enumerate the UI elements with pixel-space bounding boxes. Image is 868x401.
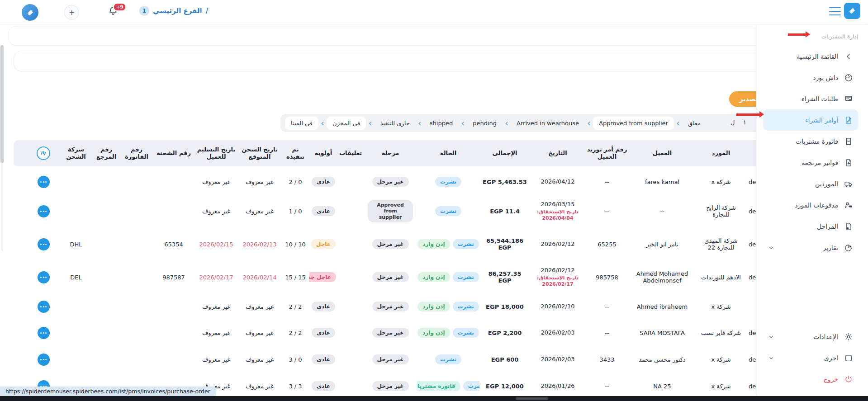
client-cell: SARA MOSTAFA [629, 329, 696, 337]
column-header[interactable]: التاريخ [530, 149, 585, 158]
sidebar-item[interactable]: الموردين [763, 173, 858, 194]
purchase-orders-icon [844, 115, 854, 125]
status-cell: نشرتإذن وارد [417, 271, 479, 283]
comments-cell [337, 210, 364, 212]
client-order-no-cell: -- [585, 329, 629, 337]
columns-settings-button[interactable] [37, 146, 50, 160]
date-cell: 2026/03/15تاريخ الإستحقاق:2026/04/04 [530, 200, 585, 222]
delivery-date-cell: غير معروف [194, 329, 238, 337]
table-row[interactable]: deشركة المهدى للتجارة 22تامر ابو الخير65… [14, 230, 773, 258]
sidebar-item[interactable]: الإعدادات [763, 326, 858, 347]
filter-panel-top [8, 26, 766, 46]
executed-cell: 0 / 2 [281, 178, 309, 186]
client-cell: -- [629, 207, 696, 216]
row-actions-button[interactable] [38, 271, 50, 283]
sidebar-item[interactable]: فاتورة مشتريات [763, 131, 858, 152]
column-header[interactable]: الإجمالى [479, 149, 530, 158]
column-header[interactable]: شركة الشحن [60, 145, 92, 162]
breadcrumb[interactable]: 1 الفرع الرئيسي / [139, 6, 208, 16]
sidebar-item[interactable]: فواتير مرتجعة [763, 152, 858, 173]
status-chip: نشرت [435, 354, 461, 364]
logout-icon [844, 374, 854, 384]
comments-cell [337, 306, 364, 307]
app-logo[interactable] [22, 4, 38, 21]
invoice-no-cell [120, 243, 153, 245]
vertical-scrollbar-thumb[interactable] [0, 45, 4, 163]
supplier-cell: شركة x [696, 178, 746, 186]
sidebar-item[interactable]: مدفوعات المورد [763, 194, 858, 216]
stage-filter-chip[interactable]: فى المخزن [327, 117, 366, 130]
column-header[interactable]: المورد [696, 149, 746, 158]
sidebar-item[interactable]: المراحل [763, 216, 858, 237]
row-actions-button[interactable] [38, 238, 50, 250]
sidebar-item-label: فواتير مرتجعة [802, 159, 838, 166]
sidebar-item-label: الإعدادات [813, 333, 838, 340]
supplier-cell: الادهم للتوريدات [696, 273, 746, 282]
invoice-no-cell [120, 306, 153, 307]
date-cell: 2026/04/12 [530, 177, 585, 187]
row-actions-button[interactable] [38, 176, 50, 188]
sidebar-item[interactable]: داش بورد [763, 67, 858, 88]
table-row[interactable]: deشركة فاير نستSARA MOSTAFA--2026/02/03E… [14, 322, 773, 344]
sidebar-item[interactable]: طلبات الشراء [763, 88, 858, 109]
stage-filter-chip[interactable]: معلق [682, 117, 707, 130]
sidebar-item-label: طلبات الشراء [802, 95, 838, 103]
column-header[interactable]: رقم الشحنة [153, 149, 194, 158]
column-header[interactable]: رقم أمر توريد العميل [585, 145, 629, 162]
column-header[interactable]: أولوية [309, 149, 337, 158]
column-header[interactable]: مرحلة [364, 149, 417, 158]
status-chip: إذن وارد [417, 302, 450, 311]
notifications-button[interactable]: +9 [108, 5, 121, 19]
sidebar-item[interactable]: أوامر الشراء [763, 109, 858, 131]
table-row[interactable]: deشركة الرابح للتجارة----2026/03/15تاريخ… [14, 197, 773, 225]
column-header[interactable]: تاريخ التسليم للعميل [194, 145, 238, 162]
column-header[interactable]: تاريخ الشحن المتوقع [238, 145, 281, 162]
table-row[interactable]: deشركة xدكتور محسن محمد34332026/02/03EGP… [14, 349, 773, 370]
actions-cell [27, 353, 60, 367]
executed-cell: 3 / 3 [281, 382, 309, 391]
executed-cell: 10 / 10 [281, 240, 309, 249]
row-actions-button[interactable] [38, 301, 50, 313]
table-row[interactable]: deشركة xfares kamal--2026/04/12EGP 5,463… [14, 171, 773, 192]
stage-filter-chip[interactable]: pending [467, 117, 503, 130]
stage-filter-chip[interactable]: Approved from supplier [593, 117, 674, 130]
due-date-value: 2026/04/04 [531, 215, 584, 222]
sidebar-item[interactable]: خروج [763, 368, 858, 390]
status-cell: نشرتفاتورة مشتريات [417, 380, 479, 392]
stage-cell: غير مرحل [364, 271, 417, 283]
stage-filter-chip[interactable]: shipped [424, 117, 459, 130]
row-actions-button[interactable] [38, 327, 50, 339]
add-button[interactable]: + [64, 5, 79, 20]
total-cell: EGP 5,463.53 [479, 178, 530, 186]
stage-filter-chip[interactable]: فى المينا [285, 117, 318, 130]
actions-cell [27, 237, 60, 251]
row-actions-button[interactable] [38, 205, 50, 217]
branch-count-badge: 1 [139, 6, 149, 16]
comments-cell [337, 332, 364, 334]
column-header[interactable]: العميل [629, 149, 696, 158]
sidebar-item[interactable]: تقارير [763, 237, 858, 258]
column-header[interactable]: الحالة [417, 149, 479, 158]
purchase-orders-table: الموردالعميلرقم أمر توريد العميلالتاريخا… [14, 140, 773, 397]
column-header[interactable]: تعليقات [337, 149, 364, 158]
row-actions-button[interactable] [38, 354, 50, 366]
menu-toggle-icon[interactable] [829, 7, 841, 15]
table-row[interactable]: deالادهم للتوريداتAhmed Mohamed Abdelmon… [14, 263, 773, 291]
sidebar-item[interactable]: اخرى [763, 347, 858, 368]
column-header[interactable]: رقم المرجع [92, 145, 120, 162]
columns-settings-header [27, 146, 60, 161]
stage-cell: غير مرحل [364, 327, 417, 339]
stage-filter-chip[interactable]: جارى التنفيذ [374, 117, 415, 130]
status-cell: نشرت [417, 205, 479, 217]
client-cell: دكتور محسن محمد [629, 355, 696, 364]
status-chip: إذن وارد [417, 272, 450, 282]
company-logo-tile[interactable] [844, 3, 860, 19]
stage-filter-chip[interactable]: Arrived in wearhouse [511, 117, 585, 130]
column-header[interactable]: تم تنفيذه [281, 145, 309, 162]
delivery-date-cell: غير معروف [194, 178, 238, 186]
settings-icon [844, 332, 854, 342]
sidebar-item[interactable]: القائمة الرئيسية [763, 46, 858, 67]
column-header[interactable]: رقم الفاتورة [120, 145, 153, 162]
table-row[interactable]: شركة xAhmed ibraheem--2026/02/10EGP 18,0… [14, 296, 773, 317]
shipping-company-cell [60, 359, 92, 360]
